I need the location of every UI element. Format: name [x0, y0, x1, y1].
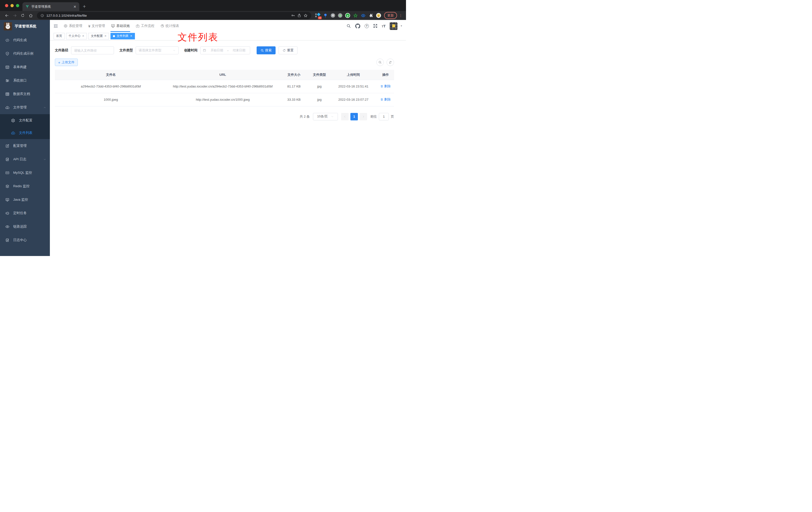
home-button[interactable]: [27, 12, 34, 19]
sidebar-item-trace[interactable]: 链路追踪: [0, 220, 50, 233]
header-actions: ? TT ▼: [346, 22, 403, 30]
help-icon[interactable]: ?: [365, 24, 369, 28]
trash-icon: [380, 85, 383, 88]
start-date-placeholder[interactable]: 开始日期: [208, 48, 226, 53]
topnav-infrastructure[interactable]: 基础设施: [108, 20, 133, 32]
search-icon[interactable]: [346, 24, 351, 28]
refresh-table-button[interactable]: [386, 59, 394, 66]
show-search-toggle-button[interactable]: [376, 59, 384, 66]
tag-close-icon[interactable]: ✕: [82, 34, 84, 38]
reset-button[interactable]: 重置: [279, 47, 297, 54]
tag-home[interactable]: 首页: [54, 33, 65, 39]
forward-button[interactable]: [11, 12, 19, 19]
collapse-sidebar-button[interactable]: [53, 24, 58, 28]
sidebar-item-file-config[interactable]: 文件配置: [0, 114, 50, 127]
sidebar-item-form-builder[interactable]: 表单构建: [0, 60, 50, 74]
next-page-button[interactable]: [359, 113, 367, 120]
blue-diamond-icon: [317, 13, 320, 16]
topnav-label: 基础设施: [116, 24, 130, 28]
zoom-window-button[interactable]: [16, 4, 19, 7]
tag-close-icon[interactable]: ✕: [130, 34, 132, 38]
sidebar-item-code-gen[interactable]: 代码生成: [0, 33, 50, 47]
fullscreen-icon[interactable]: [373, 24, 378, 28]
password-key-icon[interactable]: [291, 13, 295, 18]
avatar-caret-down-icon[interactable]: ▼: [400, 25, 403, 27]
tag-profile[interactable]: 个人中心 ✕: [66, 33, 87, 39]
topnav-system-management[interactable]: 系统管理: [61, 20, 85, 32]
extension-green-star-icon[interactable]: [353, 13, 358, 18]
browser-menu-icon[interactable]: ⋮: [399, 13, 403, 18]
bookmark-star-icon[interactable]: [303, 13, 308, 18]
share-icon[interactable]: [297, 13, 301, 18]
blue-eye-icon: [361, 13, 366, 18]
file-type-select[interactable]: 请选择文件类型: [136, 47, 179, 54]
goto-page-input[interactable]: [379, 113, 389, 120]
sidebar-item-file-management[interactable]: 文件管理: [0, 101, 50, 114]
table-tools: [376, 59, 394, 66]
tags-view-bar: 首页 个人中心 ✕ 文件配置 ✕ 文件列表 ✕: [50, 32, 406, 40]
browser-tab[interactable]: 芋道管理系统 ✕: [23, 2, 79, 11]
goto-label: 前往: [370, 114, 377, 119]
extension-emoji-icon[interactable]: [376, 13, 381, 18]
tag-file-list[interactable]: 文件列表 ✕: [111, 33, 135, 39]
prev-page-button[interactable]: [341, 113, 349, 120]
sidebar-item-api-log[interactable]: API 日志: [0, 153, 50, 166]
extension-y-icon[interactable]: y: [345, 13, 350, 18]
table-header-row: 文件名 URL 文件大小 文件类型 上传时间 操作: [55, 70, 394, 80]
search-icon: [261, 49, 264, 52]
reload-button[interactable]: [19, 12, 26, 19]
sidebar-item-file-list[interactable]: 文件列表: [0, 127, 50, 139]
topnav-reports[interactable]: 统计报表: [157, 20, 182, 32]
search-button[interactable]: 搜索: [257, 47, 276, 54]
sidebar-item-java-monitor[interactable]: Java 监控: [0, 193, 50, 206]
delete-button[interactable]: 删除: [380, 84, 390, 89]
browser-update-button[interactable]: 更新: [384, 12, 397, 19]
back-button[interactable]: [3, 12, 10, 19]
tag-file-config[interactable]: 文件配置 ✕: [88, 33, 109, 39]
new-tab-button[interactable]: +: [83, 3, 86, 9]
delete-button-label: 删除: [384, 84, 390, 89]
topnav-label: 系统管理: [69, 24, 82, 28]
page-size-select[interactable]: 10条/页: [313, 113, 338, 120]
file-path-input[interactable]: [71, 47, 114, 54]
search-icon: [378, 61, 382, 64]
sidebar-item-label: API 日志: [13, 157, 26, 161]
page-unit-label: 页: [391, 114, 394, 119]
topnav-payment-management[interactable]: ¥ 支付管理: [85, 20, 108, 32]
date-range-picker[interactable]: 开始日期 - 结束日期: [200, 47, 250, 54]
sidebar-item-config-management[interactable]: 配置管理: [0, 139, 50, 153]
gear-icon: [64, 24, 67, 28]
page-content: 文件路径 文件类型 请选择文件类型 创建时间 开始日期 - 结束日期: [50, 40, 406, 120]
sidebar-item-system-api[interactable]: 系统接口: [0, 74, 50, 87]
avatar-qr-image[interactable]: [390, 22, 398, 30]
font-size-icon[interactable]: TT: [382, 24, 385, 28]
github-icon[interactable]: [355, 24, 360, 29]
close-window-button[interactable]: [5, 4, 8, 7]
timer-icon: [5, 211, 9, 215]
sidebar-item-mysql-monitor[interactable]: MySQL 监控: [0, 166, 50, 179]
site-info-icon[interactable]: [40, 14, 44, 18]
tag-close-icon[interactable]: ✕: [104, 34, 107, 38]
sidebar-item-redis-monitor[interactable]: Redis 监控: [0, 179, 50, 193]
sidebar-item-scheduled-tasks[interactable]: 定时任务: [0, 206, 50, 220]
extension-green-dot-icon[interactable]: [338, 13, 342, 18]
minimize-window-button[interactable]: [10, 4, 14, 7]
extension-command-icon[interactable]: ⌘: [331, 13, 335, 18]
sidebar-item-code-example[interactable]: 代码生成示例: [0, 47, 50, 60]
sidebar-item-log-center[interactable]: 日志中心: [0, 233, 50, 247]
current-page-button[interactable]: 1: [350, 113, 358, 120]
extension-eye-icon[interactable]: [360, 13, 366, 18]
topnav-workflow[interactable]: 工作流程: [133, 20, 157, 32]
tab-close-icon[interactable]: ✕: [73, 5, 76, 9]
delete-button[interactable]: 删除: [380, 97, 390, 102]
sidebar-logo[interactable]: 芋道管理系统: [0, 20, 50, 32]
shield-check-icon: [5, 52, 9, 56]
address-bar[interactable]: 127.0.0.1:1024/infra/file/file: [37, 12, 311, 19]
upload-file-button[interactable]: + 上传文件: [55, 59, 78, 66]
end-date-placeholder[interactable]: 结束日期: [230, 48, 248, 53]
extension-tabs-icon[interactable]: 11: [315, 13, 320, 18]
extension-balloon-icon[interactable]: [323, 13, 328, 18]
extension-badge: 11: [318, 17, 322, 19]
sidebar-item-db-doc[interactable]: 数据库文档: [0, 87, 50, 101]
extension-puzzle-icon[interactable]: [368, 13, 373, 18]
